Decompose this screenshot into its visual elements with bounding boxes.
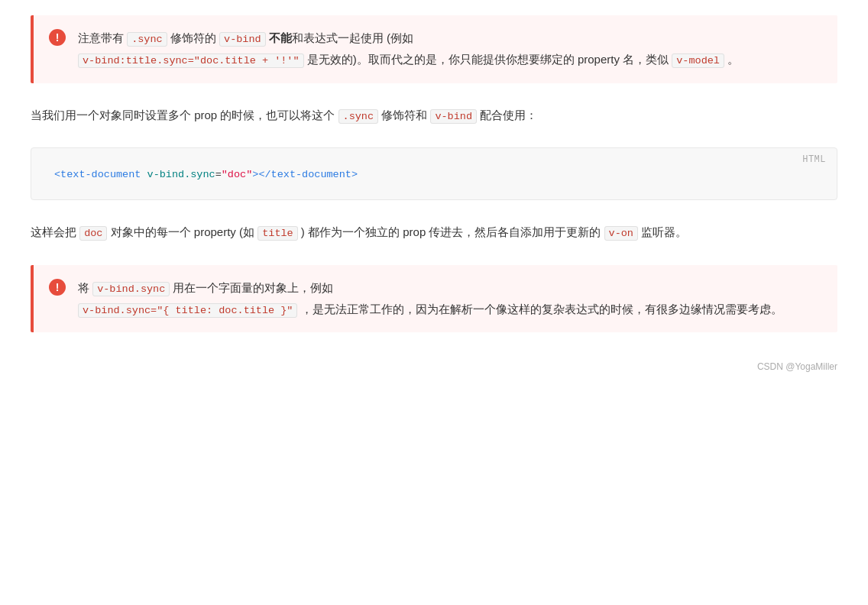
code-vmodel-1: v-model [672,53,724,68]
content-area: ! 注意带有 .sync 修饰符的 v-bind 不能和表达式一起使用 (例如 … [31,15,837,372]
code-string-doc: "doc" [222,169,253,180]
warning-text-2: 将 v-bind.sync 用在一个字面量的对象上，例如 v-bind.sync… [78,277,782,321]
code-tag-close: ></text-document> [252,169,358,180]
code-block-wrapper: HTML <text-document v-bind.sync="doc"></… [31,147,837,200]
code-literal-obj: v-bind.sync="{ title: doc.title }" [78,303,297,318]
code-sync-2: .sync [338,109,379,124]
footer-text: CSDN @YogaMiller [757,361,837,372]
code-sync-1: .sync [127,32,167,47]
warning-block-1: ! 注意带有 .sync 修饰符的 v-bind 不能和表达式一起使用 (例如 … [31,15,837,83]
code-vbindsync: v-bind.sync [92,282,170,296]
code-block-body: <text-document v-bind.sync="doc"></text-… [31,148,837,199]
code-attr-vbind: v-bind.sync [147,169,215,180]
code-example-1: v-bind:title.sync="doc.title + '!'" [78,53,304,68]
code-vbind-2: v-bind [430,109,477,124]
paragraph-1: 当我们用一个对象同时设置多个 prop 的时候，也可以将这个 .sync 修饰符… [31,105,837,127]
code-lang-label: HTML [802,154,826,165]
code-title: title [257,226,298,241]
code-tag-open: <text-document [54,169,141,180]
code-von: v-on [604,226,638,241]
warning-icon-1: ! [49,29,66,46]
paragraph-2: 这样会把 doc 对象中的每一个 property (如 title ) 都作为… [31,222,837,244]
code-vbind-1: v-bind [219,32,266,47]
warning-text-1: 注意带有 .sync 修饰符的 v-bind 不能和表达式一起使用 (例如 v-… [78,28,739,71]
page-footer: CSDN @YogaMiller [31,354,837,372]
warning-block-2: ! 将 v-bind.sync 用在一个字面量的对象上，例如 v-bind.sy… [31,265,837,333]
code-doc: doc [79,226,107,241]
warning-icon-2: ! [49,279,66,296]
